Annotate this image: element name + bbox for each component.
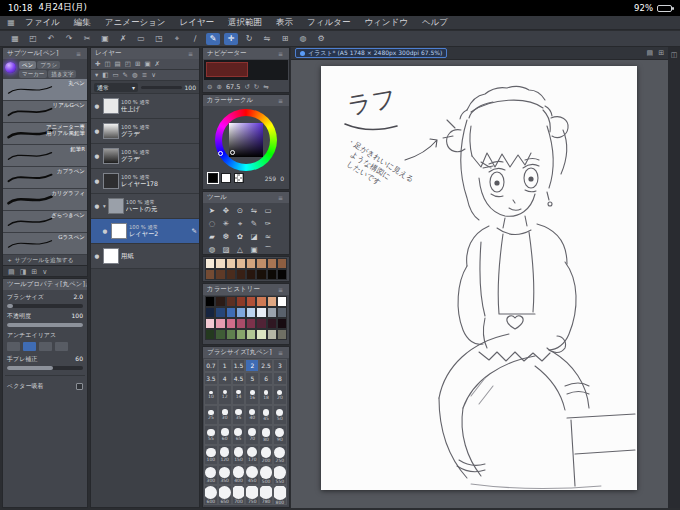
subtool-item[interactable]: カブラペン <box>3 167 87 189</box>
brush-size-preset[interactable]: 500 <box>259 465 273 485</box>
marquee-tool-icon[interactable]: ▭ <box>261 204 275 217</box>
brush-size-preset[interactable]: 14 <box>232 385 246 405</box>
brush-size-preset[interactable]: 100 <box>204 445 218 465</box>
brush-size-preset[interactable]: 2.5 <box>259 359 273 372</box>
layer-row[interactable]: ●100 % 通常レイヤー2✎ <box>91 219 199 244</box>
panel-menu-icon[interactable]: ≡ <box>278 192 285 203</box>
subtool-item[interactable]: リアルGペン <box>3 101 87 123</box>
color-swatch[interactable] <box>215 318 225 329</box>
color-swatch[interactable] <box>256 258 266 269</box>
brush-size-preset[interactable]: 200 <box>259 445 273 465</box>
color-swatch[interactable] <box>215 269 225 280</box>
color-swatch[interactable] <box>277 296 287 307</box>
brush-size-preset[interactable]: 0.7 <box>204 359 218 372</box>
brush-size-preset[interactable]: 40 <box>245 405 259 425</box>
layer-visibility-icon[interactable]: ● <box>93 153 101 159</box>
delete-icon[interactable]: ✗ <box>116 33 130 45</box>
layer-visibility-icon[interactable]: ● <box>93 103 101 109</box>
color-swatch[interactable] <box>246 318 256 329</box>
pencil-tool-icon[interactable]: ✑ <box>261 217 275 230</box>
airbrush-tool-icon[interactable]: ❆ <box>219 230 233 243</box>
ruler-icon[interactable]: ∕ <box>188 33 202 45</box>
color-swatch[interactable] <box>267 269 277 280</box>
color-swatch[interactable] <box>205 318 215 329</box>
color-swatch[interactable] <box>226 318 236 329</box>
color-swatch[interactable] <box>205 307 215 318</box>
brush-size-preset[interactable]: 800 <box>273 485 287 505</box>
document-tab[interactable]: イラスト* (A5 1748 × 2480px 300dpi 67.5%) <box>295 48 447 58</box>
color-swatch[interactable] <box>205 296 215 307</box>
color-swatch[interactable] <box>246 307 256 318</box>
brush-size-preset[interactable]: 10 <box>204 385 218 405</box>
select-rect-icon[interactable]: ▭ <box>134 33 148 45</box>
menu-item[interactable]: アニメーション <box>98 17 173 29</box>
blend-mode-select[interactable]: 通常▾ <box>94 83 138 92</box>
color-swatch[interactable] <box>256 269 266 280</box>
layer-row[interactable]: ●100 % 通常仕上げ <box>91 94 199 119</box>
color-swatch[interactable] <box>256 296 266 307</box>
dock-collapse-icon[interactable]: ∨ <box>42 268 47 276</box>
cut-icon[interactable]: ✂ <box>80 33 94 45</box>
property-slider[interactable] <box>7 366 83 370</box>
brush-size-preset[interactable]: 3 <box>273 359 287 372</box>
brush-size-preset[interactable]: 400 <box>232 465 246 485</box>
brush-size-preset[interactable]: 700 <box>232 485 246 505</box>
panel-menu-icon[interactable]: ≡ <box>278 347 285 358</box>
layer-visibility-icon[interactable]: ● <box>93 253 101 259</box>
brush-size-preset[interactable]: 1.5 <box>232 359 246 372</box>
brush-size-preset[interactable]: 750 <box>245 485 259 505</box>
rotate-canvas-icon[interactable]: ↻ <box>242 33 256 45</box>
layer-command-icon[interactable]: ▤ <box>115 60 121 68</box>
rotate-left-icon[interactable]: ↺ <box>244 83 249 91</box>
transparent-color-chip[interactable] <box>234 173 244 183</box>
brush-size-preset[interactable]: 70 <box>245 425 259 445</box>
color-swatch[interactable] <box>267 258 277 269</box>
color-swatch[interactable] <box>236 269 246 280</box>
color-swatch[interactable] <box>226 269 236 280</box>
color-swatch[interactable] <box>215 329 225 340</box>
canvas-page[interactable]: ラフ ・足がきれいに見える ような構図に したいです <box>321 66 637 490</box>
color-swatch[interactable] <box>256 318 266 329</box>
blend-tool-icon[interactable]: ≈ <box>261 230 275 243</box>
subtool-tab[interactable]: ペン <box>19 61 36 69</box>
color-swatch[interactable] <box>256 307 266 318</box>
brush-size-preset[interactable]: 170 <box>245 445 259 465</box>
color-swatch[interactable] <box>277 318 287 329</box>
color-swatch[interactable] <box>236 258 246 269</box>
layer-command-icon[interactable]: ◫ <box>104 60 110 68</box>
color-swatch[interactable] <box>205 269 215 280</box>
flip-horizontal-icon[interactable]: ⇋ <box>263 83 268 91</box>
color-swatch[interactable] <box>246 258 256 269</box>
material-icon[interactable]: ◍ <box>296 33 310 45</box>
menu-item[interactable]: フィルター <box>300 17 357 29</box>
color-swatch[interactable] <box>205 258 215 269</box>
new-tab-icon[interactable]: ⊞ <box>658 49 664 57</box>
layer-visibility-icon[interactable]: ● <box>93 128 101 134</box>
gradient-tool-icon[interactable]: ▨ <box>219 243 233 255</box>
fill-tool-icon[interactable]: ◍ <box>205 243 219 255</box>
brush-size-preset[interactable]: 780 <box>259 485 273 505</box>
brush-size-preset[interactable]: 600 <box>204 485 218 505</box>
color-swatch[interactable] <box>267 307 277 318</box>
layer-command-icon[interactable]: ✎ <box>123 71 128 79</box>
vector-snap-checkbox[interactable] <box>76 383 83 390</box>
flip-view-icon[interactable]: ⇋ <box>247 204 261 217</box>
menu-item[interactable]: 選択範囲 <box>221 17 269 29</box>
flip-canvas-icon[interactable]: ⇋ <box>260 33 274 45</box>
settings-gear-icon[interactable]: ⚙ <box>314 33 328 45</box>
brush-size-preset[interactable]: 2 <box>245 359 259 372</box>
subtool-tab[interactable]: 描き文字 <box>48 70 76 78</box>
redo-icon[interactable]: ↷ <box>62 33 76 45</box>
operation-tool-icon[interactable]: ➤ <box>205 204 219 217</box>
color-swatch[interactable] <box>246 269 256 280</box>
panel-menu-icon[interactable]: ≡ <box>278 48 285 59</box>
brush-size-preset[interactable]: 12 <box>218 385 232 405</box>
layer-row[interactable]: ●100 % 通常グラデ <box>91 119 199 144</box>
sv-cursor[interactable] <box>230 150 235 155</box>
color-swatch[interactable] <box>256 329 266 340</box>
dock-grid-icon[interactable]: ⊞ <box>31 268 37 276</box>
layer-command-icon[interactable]: ✗ <box>155 60 160 68</box>
brush-tool-icon[interactable]: ▰ <box>205 230 219 243</box>
subtool-item[interactable]: ざらつきペン <box>3 211 87 233</box>
layer-command-icon[interactable]: ⊞ <box>135 60 140 68</box>
